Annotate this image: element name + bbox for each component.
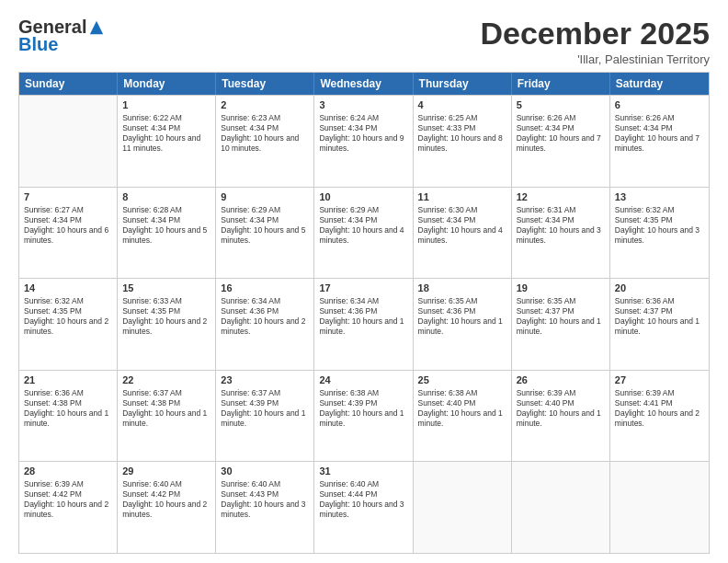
calendar: SundayMondayTuesdayWednesdayThursdayFrid… <box>18 72 710 554</box>
day-info: Sunrise: 6:39 AM Sunset: 4:41 PM Dayligh… <box>615 388 704 429</box>
logo-icon <box>88 19 105 36</box>
day-number: 24 <box>319 373 407 387</box>
calendar-cell: 3Sunrise: 6:24 AM Sunset: 4:34 PM Daylig… <box>314 96 413 187</box>
day-number: 5 <box>517 98 605 112</box>
calendar-cell <box>414 462 512 553</box>
day-number: 7 <box>24 190 112 204</box>
calendar-cell: 5Sunrise: 6:26 AM Sunset: 4:34 PM Daylig… <box>512 96 610 187</box>
day-number: 30 <box>221 465 309 478</box>
calendar-cell: 13Sunrise: 6:32 AM Sunset: 4:35 PM Dayli… <box>610 188 709 279</box>
calendar-cell: 11Sunrise: 6:30 AM Sunset: 4:34 PM Dayli… <box>414 188 512 279</box>
day-info: Sunrise: 6:37 AM Sunset: 4:38 PM Dayligh… <box>122 388 210 429</box>
calendar-cell: 24Sunrise: 6:38 AM Sunset: 4:39 PM Dayli… <box>314 371 413 462</box>
day-number: 21 <box>24 373 112 387</box>
day-info: Sunrise: 6:30 AM Sunset: 4:34 PM Dayligh… <box>418 205 506 246</box>
day-info: Sunrise: 6:26 AM Sunset: 4:34 PM Dayligh… <box>615 113 704 154</box>
day-number: 12 <box>517 190 605 204</box>
day-number: 15 <box>122 282 210 295</box>
calendar-cell: 16Sunrise: 6:34 AM Sunset: 4:36 PM Dayli… <box>216 279 314 370</box>
header-day-monday: Monday <box>118 73 216 95</box>
day-number: 31 <box>319 465 407 478</box>
calendar-body: 1Sunrise: 6:22 AM Sunset: 4:34 PM Daylig… <box>19 95 709 553</box>
day-info: Sunrise: 6:32 AM Sunset: 4:35 PM Dayligh… <box>24 296 112 337</box>
header-day-friday: Friday <box>512 73 610 95</box>
calendar-cell: 29Sunrise: 6:40 AM Sunset: 4:42 PM Dayli… <box>118 462 216 553</box>
day-number: 27 <box>615 373 704 387</box>
calendar-cell: 8Sunrise: 6:28 AM Sunset: 4:34 PM Daylig… <box>118 188 216 279</box>
day-number: 26 <box>517 373 605 387</box>
day-number: 3 <box>319 98 407 112</box>
calendar-cell: 1Sunrise: 6:22 AM Sunset: 4:34 PM Daylig… <box>118 96 216 187</box>
day-info: Sunrise: 6:33 AM Sunset: 4:35 PM Dayligh… <box>122 296 210 337</box>
calendar-row-2: 14Sunrise: 6:32 AM Sunset: 4:35 PM Dayli… <box>19 278 709 370</box>
calendar-cell: 26Sunrise: 6:39 AM Sunset: 4:40 PM Dayli… <box>512 371 610 462</box>
calendar-cell: 22Sunrise: 6:37 AM Sunset: 4:38 PM Dayli… <box>118 371 216 462</box>
day-number: 2 <box>221 98 309 112</box>
day-number: 9 <box>221 190 309 204</box>
day-number: 25 <box>418 373 506 387</box>
header-day-wednesday: Wednesday <box>314 73 413 95</box>
calendar-cell: 15Sunrise: 6:33 AM Sunset: 4:35 PM Dayli… <box>118 279 216 370</box>
calendar-cell: 7Sunrise: 6:27 AM Sunset: 4:34 PM Daylig… <box>19 188 118 279</box>
calendar-cell: 23Sunrise: 6:37 AM Sunset: 4:39 PM Dayli… <box>216 371 314 462</box>
day-info: Sunrise: 6:39 AM Sunset: 4:42 PM Dayligh… <box>24 479 112 520</box>
calendar-cell: 17Sunrise: 6:34 AM Sunset: 4:36 PM Dayli… <box>314 279 413 370</box>
calendar-cell: 25Sunrise: 6:38 AM Sunset: 4:40 PM Dayli… <box>414 371 512 462</box>
day-info: Sunrise: 6:26 AM Sunset: 4:34 PM Dayligh… <box>517 113 605 154</box>
calendar-cell <box>19 96 118 187</box>
calendar-cell <box>610 462 709 553</box>
day-number: 17 <box>319 282 407 295</box>
day-info: Sunrise: 6:32 AM Sunset: 4:35 PM Dayligh… <box>615 205 704 246</box>
logo: General Blue <box>18 17 105 55</box>
subtitle: 'Illar, Palestinian Territory <box>480 52 710 66</box>
calendar-cell: 18Sunrise: 6:35 AM Sunset: 4:36 PM Dayli… <box>414 279 512 370</box>
calendar-header: SundayMondayTuesdayWednesdayThursdayFrid… <box>19 73 709 95</box>
calendar-cell: 27Sunrise: 6:39 AM Sunset: 4:41 PM Dayli… <box>610 371 709 462</box>
title-block: December 2025 'Illar, Palestinian Territ… <box>480 17 710 66</box>
day-info: Sunrise: 6:40 AM Sunset: 4:44 PM Dayligh… <box>319 479 407 520</box>
day-info: Sunrise: 6:29 AM Sunset: 4:34 PM Dayligh… <box>319 205 407 246</box>
calendar-cell: 4Sunrise: 6:25 AM Sunset: 4:33 PM Daylig… <box>414 96 512 187</box>
calendar-cell: 10Sunrise: 6:29 AM Sunset: 4:34 PM Dayli… <box>314 188 413 279</box>
day-number: 10 <box>319 190 407 204</box>
day-info: Sunrise: 6:40 AM Sunset: 4:43 PM Dayligh… <box>221 479 309 520</box>
day-info: Sunrise: 6:34 AM Sunset: 4:36 PM Dayligh… <box>319 296 407 337</box>
day-number: 28 <box>24 465 112 478</box>
calendar-cell: 19Sunrise: 6:35 AM Sunset: 4:37 PM Dayli… <box>512 279 610 370</box>
day-info: Sunrise: 6:24 AM Sunset: 4:34 PM Dayligh… <box>319 113 407 154</box>
calendar-cell: 21Sunrise: 6:36 AM Sunset: 4:38 PM Dayli… <box>19 371 118 462</box>
calendar-cell: 30Sunrise: 6:40 AM Sunset: 4:43 PM Dayli… <box>216 462 314 553</box>
day-info: Sunrise: 6:40 AM Sunset: 4:42 PM Dayligh… <box>122 479 210 520</box>
calendar-cell: 28Sunrise: 6:39 AM Sunset: 4:42 PM Dayli… <box>19 462 118 553</box>
header-day-tuesday: Tuesday <box>216 73 314 95</box>
day-info: Sunrise: 6:34 AM Sunset: 4:36 PM Dayligh… <box>221 296 309 337</box>
day-info: Sunrise: 6:37 AM Sunset: 4:39 PM Dayligh… <box>221 388 309 429</box>
calendar-cell: 6Sunrise: 6:26 AM Sunset: 4:34 PM Daylig… <box>610 96 709 187</box>
day-info: Sunrise: 6:38 AM Sunset: 4:39 PM Dayligh… <box>319 388 407 429</box>
day-info: Sunrise: 6:25 AM Sunset: 4:33 PM Dayligh… <box>418 113 506 154</box>
day-number: 14 <box>24 282 112 295</box>
day-info: Sunrise: 6:27 AM Sunset: 4:34 PM Dayligh… <box>24 205 112 246</box>
calendar-row-0: 1Sunrise: 6:22 AM Sunset: 4:34 PM Daylig… <box>19 95 709 187</box>
day-number: 6 <box>615 98 704 112</box>
main-title: December 2025 <box>480 17 710 51</box>
day-info: Sunrise: 6:39 AM Sunset: 4:40 PM Dayligh… <box>517 388 605 429</box>
day-info: Sunrise: 6:28 AM Sunset: 4:34 PM Dayligh… <box>122 205 210 246</box>
calendar-cell: 14Sunrise: 6:32 AM Sunset: 4:35 PM Dayli… <box>19 279 118 370</box>
day-info: Sunrise: 6:29 AM Sunset: 4:34 PM Dayligh… <box>221 205 309 246</box>
day-number: 23 <box>221 373 309 387</box>
day-number: 22 <box>122 373 210 387</box>
day-number: 18 <box>418 282 506 295</box>
day-number: 1 <box>122 98 210 112</box>
calendar-cell: 12Sunrise: 6:31 AM Sunset: 4:34 PM Dayli… <box>512 188 610 279</box>
page-header: General Blue December 2025 'Illar, Pales… <box>18 17 710 66</box>
day-number: 8 <box>122 190 210 204</box>
day-number: 19 <box>517 282 605 295</box>
day-info: Sunrise: 6:22 AM Sunset: 4:34 PM Dayligh… <box>122 113 210 154</box>
calendar-cell: 20Sunrise: 6:36 AM Sunset: 4:37 PM Dayli… <box>610 279 709 370</box>
day-info: Sunrise: 6:36 AM Sunset: 4:37 PM Dayligh… <box>615 296 704 337</box>
header-day-sunday: Sunday <box>19 73 118 95</box>
calendar-row-4: 28Sunrise: 6:39 AM Sunset: 4:42 PM Dayli… <box>19 461 709 553</box>
calendar-cell <box>512 462 610 553</box>
day-info: Sunrise: 6:35 AM Sunset: 4:36 PM Dayligh… <box>418 296 506 337</box>
